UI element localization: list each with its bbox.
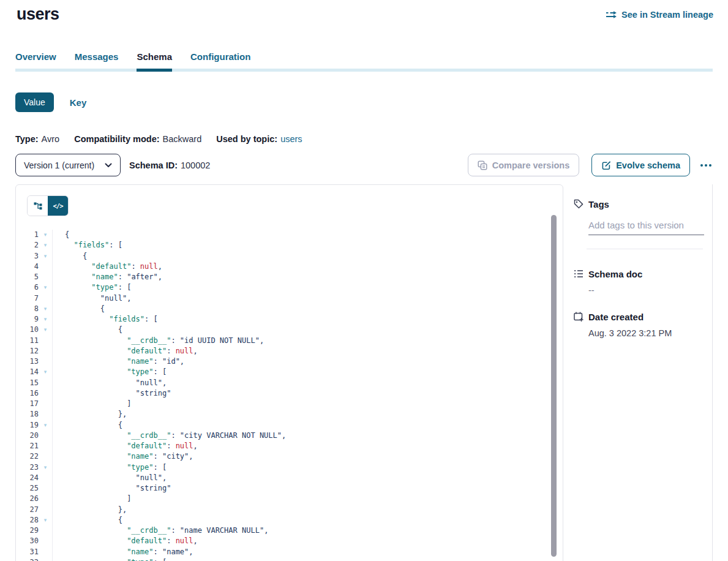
tags-title: Tags (588, 199, 609, 209)
line-number: 32 (16, 557, 39, 561)
scrollbar-thumb[interactable] (551, 215, 557, 557)
tab-overview[interactable]: Overview (15, 51, 56, 69)
fold-toggle-icon[interactable]: ▾ (39, 251, 52, 262)
fold-toggle-icon[interactable]: ▾ (39, 515, 52, 525)
page-title: users (17, 5, 59, 24)
list-icon (573, 268, 584, 279)
line-number: 16 (16, 388, 39, 399)
code-line: 14▾"type": [ (16, 367, 563, 377)
line-number: 26 (16, 494, 39, 504)
fold-spacer (39, 272, 52, 282)
line-number: 29 (16, 525, 39, 536)
fold-toggle-icon[interactable]: ▾ (39, 314, 52, 325)
fold-toggle-icon[interactable]: ▾ (39, 304, 52, 314)
calendar-add-icon (573, 311, 584, 322)
version-select[interactable]: Version 1 (current) (15, 154, 121, 176)
code-line: 7"null", (16, 293, 563, 304)
code-line: 6▾"type": [ (16, 282, 563, 293)
code-text: "string" (52, 483, 563, 494)
fold-toggle-icon[interactable]: ▾ (39, 462, 52, 473)
fold-spacer (39, 356, 52, 367)
fold-toggle-icon[interactable]: ▾ (39, 325, 52, 335)
stream-lineage-link[interactable]: See in Stream lineage (606, 10, 713, 20)
fold-spacer (39, 262, 52, 272)
code-lines[interactable]: 1▾{2▾"fields": [3▾{4"default": null,5"na… (16, 230, 563, 561)
line-number: 11 (16, 336, 39, 346)
code-line: 16"string" (16, 388, 563, 399)
compare-versions-button[interactable]: Compare versions (468, 154, 580, 176)
line-number: 1 (16, 230, 39, 240)
line-number: 18 (16, 409, 39, 420)
code-text: ] (52, 399, 563, 409)
schema-id-value: 100002 (181, 160, 210, 170)
key-toggle-link[interactable]: Key (70, 97, 87, 108)
code-line: 24"null", (16, 473, 563, 483)
date-created-value: Aug. 3 2022 3:21 PM (588, 328, 702, 338)
line-number: 3 (16, 251, 39, 262)
code-line: 5"name": "after", (16, 272, 563, 282)
tag-icon (573, 198, 584, 209)
code-text: "string" (52, 388, 563, 399)
code-line: 15"null", (16, 378, 563, 388)
code-text: "type": [ (52, 462, 563, 473)
line-number: 21 (16, 441, 39, 451)
fold-spacer (39, 388, 52, 399)
line-number: 14 (16, 367, 39, 377)
compatibility-label: Compatibility mode: (74, 134, 159, 144)
code-text: "default": null, (52, 441, 563, 451)
line-number: 9 (16, 314, 39, 325)
topic-link[interactable]: users (280, 134, 302, 144)
fold-toggle-icon[interactable]: ▾ (39, 240, 52, 250)
code-text: "default": null, (52, 262, 563, 272)
fold-toggle-icon[interactable]: ▾ (39, 230, 52, 240)
editor-toolbar: </> (16, 185, 563, 216)
schema-id: Schema ID: 100002 (129, 160, 210, 170)
evolve-schema-button[interactable]: Evolve schema (591, 154, 690, 176)
fold-toggle-icon[interactable]: ▾ (39, 420, 52, 431)
code-line: 1▾{ (16, 230, 563, 240)
view-mode-toggle: </> (27, 195, 69, 216)
code-text: "null", (52, 293, 563, 304)
line-number: 28 (16, 515, 39, 525)
line-number: 30 (16, 536, 39, 546)
code-view-button[interactable]: </> (48, 196, 68, 216)
code-view-icon: </> (53, 202, 63, 209)
fold-toggle-icon[interactable]: ▾ (39, 282, 52, 293)
tab-schema[interactable]: Schema (137, 51, 172, 69)
tags-section: Tags (573, 198, 702, 249)
code-text: "null", (52, 473, 563, 483)
tab-track (15, 69, 713, 72)
fold-toggle-icon[interactable]: ▾ (39, 367, 52, 377)
line-number: 31 (16, 547, 39, 557)
code-line: 31"name": "name", (16, 547, 563, 557)
details-sidebar: Tags (563, 184, 713, 561)
tab-configuration[interactable]: Configuration (190, 51, 250, 69)
code-text: ] (52, 494, 563, 504)
code-line: 13"name": "id", (16, 356, 563, 367)
code-line: 29"__crdb__": "name VARCHAR NULL", (16, 525, 563, 536)
code-line: 8▾{ (16, 304, 563, 314)
code-text: "default": null, (52, 536, 563, 546)
versions-icon (478, 160, 487, 170)
tree-view-button[interactable] (28, 196, 48, 216)
tab-messages[interactable]: Messages (75, 51, 119, 69)
code-line: 19▾{ (16, 420, 563, 431)
line-number: 25 (16, 483, 39, 494)
sidebar-divider (587, 249, 703, 249)
more-options-button[interactable] (699, 162, 713, 169)
line-number: 13 (16, 356, 39, 367)
fold-spacer (39, 536, 52, 546)
date-created-section: Date created Aug. 3 2022 3:21 PM (573, 311, 702, 338)
line-number: 15 (16, 378, 39, 388)
schema-page: users See in Stream lineage OverviewMess… (0, 0, 728, 561)
value-toggle-button[interactable]: Value (15, 92, 54, 112)
code-text: }, (52, 409, 563, 420)
add-tags-input[interactable] (588, 220, 704, 235)
evolve-schema-label: Evolve schema (616, 160, 680, 170)
type-value: Avro (42, 134, 60, 144)
line-number: 8 (16, 304, 39, 314)
fold-toggle-icon[interactable]: ▾ (39, 557, 52, 561)
code-text: "__crdb__": "id UUID NOT NULL", (52, 336, 563, 346)
code-text: "null", (52, 378, 563, 388)
code-text: "type": [ (52, 557, 563, 561)
